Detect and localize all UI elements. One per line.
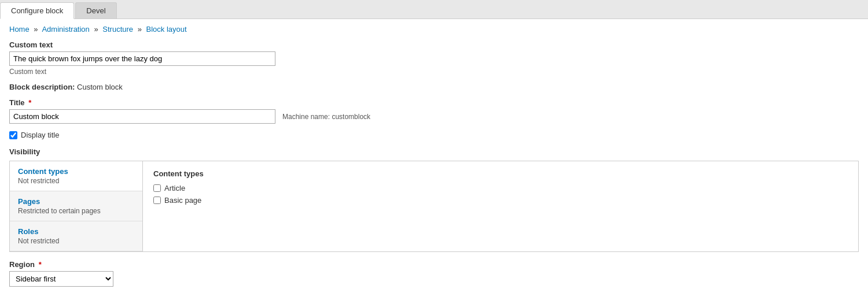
vtab-content-types-subtitle: Not restricted: [18, 177, 134, 185]
title-group: Title * Machine name: customblock: [9, 98, 859, 124]
custom-text-label: Custom text: [9, 40, 859, 49]
content-type-article-row: Article: [153, 184, 848, 192]
custom-text-description: Custom text: [9, 68, 859, 76]
content-type-basic-page-label: Basic page: [164, 196, 201, 205]
vtab-content-types[interactable]: Content types Not restricted: [10, 161, 142, 191]
region-required-marker: *: [39, 260, 42, 269]
vtab-pages-title: Pages: [18, 197, 134, 206]
breadcrumb-sep-3: »: [138, 25, 142, 34]
breadcrumb-home[interactable]: Home: [9, 25, 30, 34]
title-label: Title *: [9, 98, 859, 107]
breadcrumb-block-layout[interactable]: Block layout: [146, 25, 187, 34]
region-select[interactable]: Sidebar first Sidebar second Content Hea…: [9, 271, 113, 287]
tabs-bar: Configure block Devel: [0, 0, 868, 19]
breadcrumb-sep-2: »: [94, 25, 98, 34]
tab-configure-block[interactable]: Configure block: [0, 2, 74, 19]
breadcrumb-administration[interactable]: Administration: [42, 25, 89, 34]
visibility-heading: Visibility: [9, 147, 859, 156]
custom-text-group: Custom text Custom text: [9, 40, 859, 76]
vtab-roles-subtitle: Not restricted: [18, 237, 134, 245]
title-label-text: Title: [9, 98, 25, 107]
content-type-article-label: Article: [164, 184, 185, 192]
custom-text-input[interactable]: [9, 51, 275, 66]
vtab-pages[interactable]: Pages Restricted to certain pages: [10, 191, 142, 221]
visibility-content-panel: Content types Article Basic page: [143, 161, 858, 251]
content-type-basic-page-checkbox[interactable]: [153, 197, 161, 204]
block-description-value: Custom block: [77, 83, 123, 91]
content-type-article-checkbox[interactable]: [153, 184, 161, 192]
machine-name-text: Machine name: customblock: [282, 113, 370, 121]
display-title-checkbox[interactable]: [9, 131, 17, 139]
title-required-marker: *: [28, 98, 31, 107]
breadcrumb-sep-1: »: [34, 25, 38, 34]
vtab-roles[interactable]: Roles Not restricted: [10, 221, 142, 251]
region-group: Region * Sidebar first Sidebar second Co…: [9, 260, 859, 289]
breadcrumb-structure[interactable]: Structure: [102, 25, 133, 34]
main-content: Custom text Custom text Block descriptio…: [0, 38, 868, 289]
block-description-label: Block description:: [9, 83, 75, 91]
vtab-pages-subtitle: Restricted to certain pages: [18, 207, 134, 215]
vtab-roles-title: Roles: [18, 227, 134, 236]
visibility-tabs: Content types Not restricted Pages Restr…: [10, 161, 143, 251]
visibility-box: Content types Not restricted Pages Restr…: [9, 161, 859, 252]
vtab-content-types-title: Content types: [18, 167, 134, 176]
block-description-row: Block description: Custom block: [9, 83, 859, 91]
title-row: Machine name: customblock: [9, 109, 859, 124]
tab-devel[interactable]: Devel: [75, 2, 116, 18]
region-label: Region *: [9, 260, 859, 269]
breadcrumb: Home » Administration » Structure » Bloc…: [0, 19, 868, 38]
display-title-row: Display title: [9, 131, 859, 139]
content-type-basic-page-row: Basic page: [153, 196, 848, 205]
display-title-label: Display title: [21, 131, 59, 139]
region-label-text: Region: [9, 260, 35, 269]
title-input[interactable]: [9, 109, 275, 124]
visibility-panel-title: Content types: [153, 169, 848, 178]
